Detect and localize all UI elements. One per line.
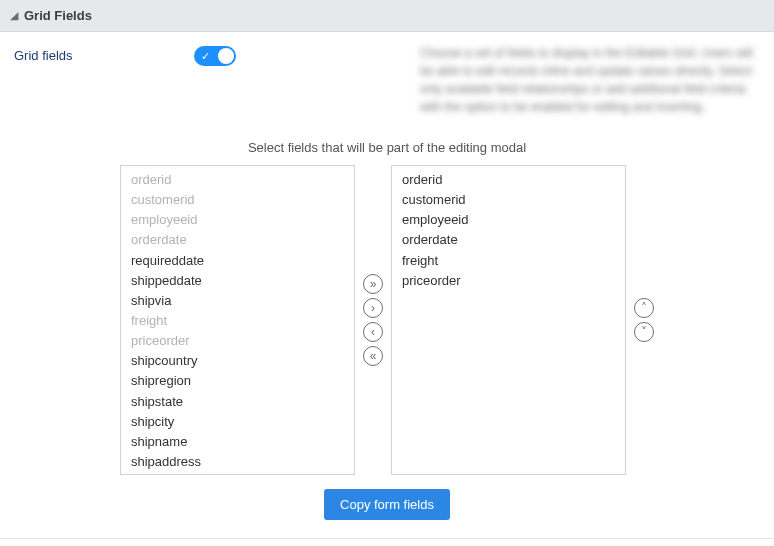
list-item[interactable]: shippostalcode <box>129 472 346 475</box>
grid-fields-toggle[interactable] <box>194 46 236 66</box>
description-text: Choose a set of fields to display in the… <box>420 44 760 116</box>
list-item: priceorder <box>129 331 346 351</box>
collapse-icon[interactable]: ◢ <box>10 9 18 22</box>
available-fields-list[interactable]: orderidcustomeridemployeeidorderdaterequ… <box>120 165 355 475</box>
add-all-button[interactable]: » <box>363 274 383 294</box>
footer-actions: Save Restore <box>0 538 774 546</box>
list-item[interactable]: priceorder <box>400 271 617 291</box>
move-up-button[interactable]: ˄ <box>634 298 654 318</box>
list-item: customerid <box>129 190 346 210</box>
toggle-wrap <box>194 44 236 69</box>
list-item[interactable]: shipcity <box>129 412 346 432</box>
list-item[interactable]: shipname <box>129 432 346 452</box>
chevron-up-icon: ˄ <box>641 302 647 314</box>
section-content: Grid fields Choose a set of fields to di… <box>0 32 774 538</box>
list-item: employeeid <box>129 210 346 230</box>
list-item[interactable]: requireddate <box>129 251 346 271</box>
selected-fields-list[interactable]: orderidcustomeridemployeeidorderdatefrei… <box>391 165 626 475</box>
list-item: orderdate <box>129 230 346 250</box>
toggle-label: Grid fields <box>14 44 174 63</box>
chevron-double-right-icon: » <box>370 278 377 290</box>
list-item: orderid <box>129 170 346 190</box>
order-controls: ˄ ˅ <box>634 298 654 342</box>
list-item[interactable]: orderdate <box>400 230 617 250</box>
move-down-button[interactable]: ˅ <box>634 322 654 342</box>
picker-subtitle: Select fields that will be part of the e… <box>14 140 760 155</box>
list-item[interactable]: shipcountry <box>129 351 346 371</box>
remove-all-button[interactable]: « <box>363 346 383 366</box>
list-item[interactable]: shippeddate <box>129 271 346 291</box>
list-item[interactable]: shipaddress <box>129 452 346 472</box>
list-item[interactable]: freight <box>400 251 617 271</box>
list-item: freight <box>129 311 346 331</box>
chevron-down-icon: ˅ <box>641 326 647 338</box>
list-item[interactable]: shipregion <box>129 371 346 391</box>
remove-button[interactable]: ‹ <box>363 322 383 342</box>
copy-row: Copy form fields <box>14 489 760 520</box>
list-item[interactable]: shipstate <box>129 392 346 412</box>
list-item[interactable]: shipvia <box>129 291 346 311</box>
list-item[interactable]: orderid <box>400 170 617 190</box>
section-header: ◢ Grid Fields <box>0 0 774 32</box>
section-title: Grid Fields <box>24 8 92 23</box>
dual-listbox: orderidcustomeridemployeeidorderdaterequ… <box>14 165 760 475</box>
chevron-right-icon: › <box>371 302 375 314</box>
list-item[interactable]: employeeid <box>400 210 617 230</box>
transfer-controls: » › ‹ « <box>363 274 383 366</box>
chevron-left-icon: ‹ <box>371 326 375 338</box>
add-button[interactable]: › <box>363 298 383 318</box>
toggle-row: Grid fields Choose a set of fields to di… <box>14 44 760 116</box>
list-item[interactable]: customerid <box>400 190 617 210</box>
copy-form-fields-button[interactable]: Copy form fields <box>324 489 450 520</box>
chevron-double-left-icon: « <box>370 350 377 362</box>
